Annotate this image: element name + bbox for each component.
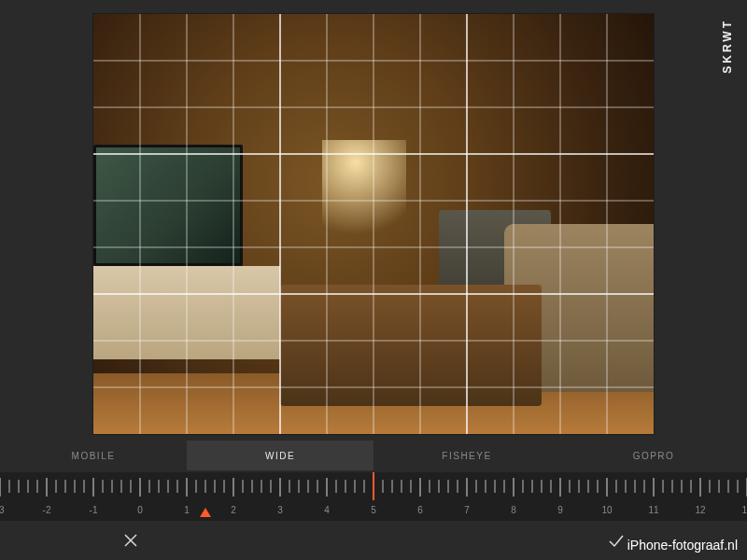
cancel-button[interactable]: [37, 531, 224, 550]
tab-gopro[interactable]: GOPRO: [560, 441, 747, 470]
svg-text:5: 5: [371, 505, 376, 515]
photo-lamp: [322, 140, 406, 252]
svg-text:1: 1: [184, 505, 190, 515]
svg-text:8: 8: [511, 505, 516, 515]
svg-text:11: 11: [648, 505, 659, 515]
svg-text:9: 9: [557, 505, 563, 515]
svg-text:10: 10: [601, 505, 613, 515]
svg-text:-2: -2: [43, 505, 51, 515]
lens-preset-tabs: MOBILE WIDE FISHEYE GOPRO: [0, 441, 747, 470]
svg-text:3: 3: [277, 505, 283, 515]
svg-text:-1: -1: [90, 505, 98, 515]
tab-fisheye[interactable]: FISHEYE: [374, 441, 560, 470]
svg-text:12: 12: [695, 505, 706, 515]
image-preview[interactable]: [93, 14, 654, 434]
tab-wide[interactable]: WIDE: [187, 441, 374, 470]
tab-mobile[interactable]: MOBILE: [0, 441, 187, 470]
close-icon: [121, 531, 140, 550]
svg-text:7: 7: [464, 505, 470, 515]
svg-text:4: 4: [324, 505, 330, 515]
credit-watermark: iPhone-fotograaf.nl: [627, 538, 738, 553]
svg-text:2: 2: [231, 505, 236, 515]
check-icon: [607, 531, 626, 550]
correction-slider[interactable]: -3-2-1012345678910111213: [0, 472, 747, 521]
svg-text:-3: -3: [0, 505, 5, 515]
app-watermark: SKRWT: [721, 19, 734, 74]
svg-text:13: 13: [741, 505, 747, 515]
svg-text:0: 0: [137, 505, 143, 515]
photo-cabinet: [93, 266, 280, 359]
svg-marker-118: [200, 508, 211, 517]
photo-tv: [93, 145, 243, 266]
correction-slider-container: -3-2-1012345678910111213: [0, 472, 747, 521]
photo-table: [280, 285, 542, 406]
svg-text:6: 6: [417, 505, 423, 515]
